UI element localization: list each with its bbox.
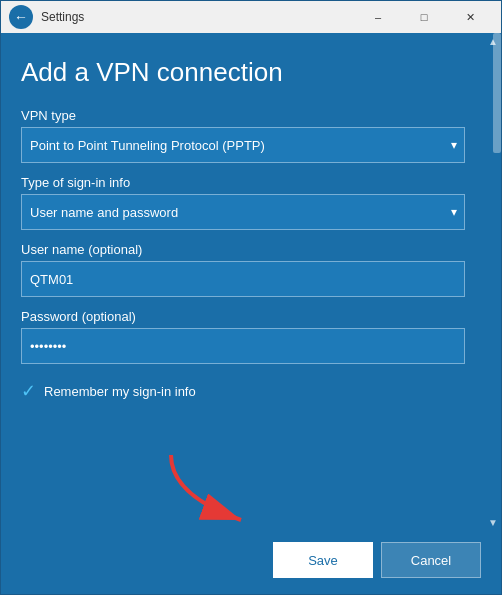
- vpn-type-select[interactable]: Point to Point Tunneling Protocol (PPTP): [21, 127, 465, 163]
- cancel-button[interactable]: Cancel: [381, 542, 481, 578]
- username-input[interactable]: [21, 261, 465, 297]
- close-button[interactable]: ✕: [447, 1, 493, 33]
- remember-label: Remember my sign-in info: [44, 384, 196, 399]
- back-button[interactable]: [9, 5, 33, 29]
- checkmark-icon: ✓: [21, 380, 36, 402]
- save-button[interactable]: Save: [273, 542, 373, 578]
- main-panel: Add a VPN connection VPN type Point to P…: [1, 33, 485, 530]
- username-label: User name (optional): [21, 242, 465, 257]
- password-input[interactable]: [21, 328, 465, 364]
- bottom-bar: Save Cancel: [1, 530, 501, 594]
- sign-in-wrapper: User name and password ▾: [21, 194, 465, 230]
- window-controls: – □ ✕: [355, 1, 493, 33]
- maximize-button[interactable]: □: [401, 1, 447, 33]
- vpn-type-label: VPN type: [21, 108, 465, 123]
- password-label: Password (optional): [21, 309, 465, 324]
- titlebar: Settings – □ ✕: [1, 1, 501, 33]
- settings-window: Settings – □ ✕ Add a VPN connection VPN …: [0, 0, 502, 595]
- page-title: Add a VPN connection: [21, 57, 465, 88]
- scrollbar-thumb[interactable]: [493, 33, 501, 153]
- vpn-type-wrapper: Point to Point Tunneling Protocol (PPTP)…: [21, 127, 465, 163]
- minimize-button[interactable]: –: [355, 1, 401, 33]
- content-area: Add a VPN connection VPN type Point to P…: [1, 33, 501, 530]
- sign-in-label: Type of sign-in info: [21, 175, 465, 190]
- remember-row: ✓ Remember my sign-in info: [21, 380, 465, 402]
- sign-in-select[interactable]: User name and password: [21, 194, 465, 230]
- scrollbar-track: ▲ ▼: [485, 33, 501, 530]
- scrollbar-down-arrow[interactable]: ▼: [485, 514, 501, 530]
- titlebar-title: Settings: [41, 10, 355, 24]
